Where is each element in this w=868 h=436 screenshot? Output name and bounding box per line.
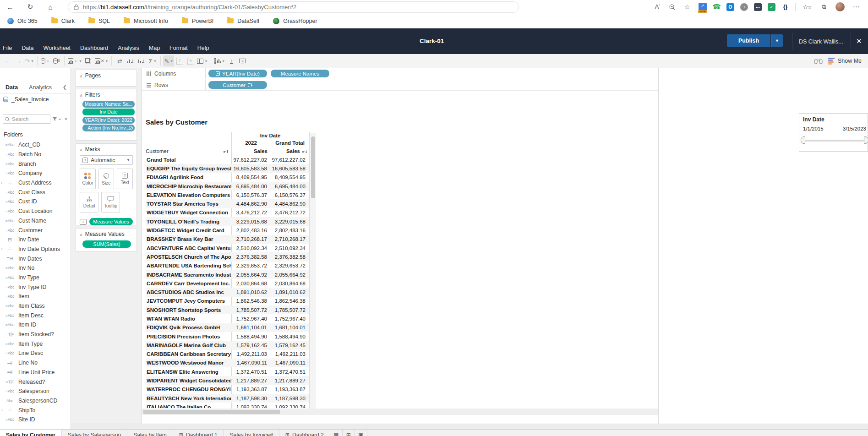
table-row[interactable]: CARRDEV Carr Development Inc. 2,030,864.… xyxy=(146,279,309,288)
mark-type-dropdown[interactable]: T Automatic ▼ xyxy=(80,155,133,165)
table-row[interactable]: SNOSHORT Shortstop Sports 1,785,507.72 1… xyxy=(146,305,309,314)
sort-icon[interactable] xyxy=(224,149,229,154)
field-item[interactable]: Inv Date xyxy=(0,235,71,245)
table-row[interactable]: WATERPROC CHENGDU RONGYI WATE.. 1,193,36… xyxy=(146,385,309,394)
canvas-horizontal-scrollbar[interactable] xyxy=(71,424,868,429)
field-item[interactable]: Released? xyxy=(0,377,71,387)
date-slider-track[interactable] xyxy=(803,140,865,142)
menu-item[interactable]: Help xyxy=(197,45,209,51)
field-item[interactable]: Inv Type xyxy=(0,273,71,283)
user-account-label[interactable]: DS Clark Wallis... xyxy=(799,38,843,45)
menu-item[interactable]: Data xyxy=(22,45,33,51)
menu-item[interactable]: Map xyxy=(149,45,160,51)
totals-button[interactable]: Σ▼ xyxy=(147,55,158,66)
show-me-button[interactable]: Show Me xyxy=(828,58,862,65)
rows-shelf[interactable]: Rows Customer xyxy=(142,80,658,91)
sheet-tab[interactable]: ⊞Dashboard 2 xyxy=(279,430,330,436)
field-item[interactable]: Inv Date Options xyxy=(0,245,71,254)
row-header-customer[interactable]: Customer xyxy=(146,148,169,154)
sheet-tab[interactable]: ⊞Sales by Invoice# xyxy=(224,430,279,436)
new-datasource-button[interactable]: ＋ xyxy=(40,55,51,66)
date-slider-handle-left[interactable] xyxy=(801,136,805,144)
menu-item[interactable]: Format xyxy=(169,45,188,51)
collapse-pane-icon[interactable]: ❮ xyxy=(63,84,67,90)
sort-ascending-button[interactable] xyxy=(125,55,136,66)
sheet-tab[interactable]: ⊞Sales by Salesperson xyxy=(62,430,127,436)
extension-menu-icon[interactable]: ••• xyxy=(754,3,762,11)
table-row[interactable]: WIDPARENT Widget Consolidated Hol.. 1,21… xyxy=(146,376,309,385)
show-hide-cards-button[interactable]: ▼ xyxy=(213,55,226,66)
collapse-icon[interactable]: ∧ xyxy=(80,233,82,237)
field-item[interactable]: Inv No xyxy=(0,263,71,273)
close-icon[interactable]: ✕ xyxy=(856,37,862,45)
column-header-2022[interactable]: 2022 xyxy=(231,140,271,146)
swap-axes-button[interactable]: ⇄ xyxy=(114,55,125,66)
table-row[interactable]: ELEVATION Elevation Computers 6,150,576.… xyxy=(146,191,309,199)
bookmark-item[interactable]: DataSelf xyxy=(227,18,259,24)
view-options-icon[interactable]: ▼ xyxy=(64,117,68,121)
pause-updates-button[interactable]: ‖ xyxy=(51,55,62,66)
bookmark-item[interactable]: GrassHopper xyxy=(273,18,317,24)
refresh-icon[interactable]: ↻ xyxy=(25,3,36,11)
favorites-star-icon[interactable]: ☆ xyxy=(682,3,693,11)
sort-descending-button[interactable] xyxy=(136,55,147,66)
redo-button[interactable]: → xyxy=(13,55,24,66)
field-item[interactable]: Branch xyxy=(0,159,71,169)
row-pill-customer[interactable]: Customer xyxy=(208,81,267,89)
table-row[interactable]: APOSTELSCH Church of The Apostles 2,376,… xyxy=(146,252,309,261)
horizontal-scrollbar[interactable] xyxy=(142,409,658,415)
vertical-scrollbar[interactable] xyxy=(310,133,316,409)
columns-shelf[interactable]: Columns +YEAR(Inv Date) +Measure Names xyxy=(142,68,658,79)
new-worksheet-tab-button[interactable]: ▦ xyxy=(330,430,343,436)
color-button[interactable]: Color xyxy=(80,169,96,189)
field-item[interactable]: Inv Dates xyxy=(0,254,71,263)
menu-item[interactable]: File xyxy=(3,45,12,51)
publish-dropdown-button[interactable]: ▼ xyxy=(771,34,783,47)
filter-pill[interactable]: YEAR(Inv Date): 2022 xyxy=(82,117,135,124)
field-item[interactable]: Item ID xyxy=(0,320,71,330)
field-item[interactable]: Item Stocked? xyxy=(0,330,71,339)
favorites-bar-icon[interactable]: ☆≡ xyxy=(802,4,813,11)
home-icon[interactable]: ⌂ xyxy=(45,3,56,11)
field-item[interactable]: Item Class xyxy=(0,301,71,311)
menu-item[interactable]: Analysis xyxy=(118,45,139,51)
table-row[interactable]: Grand Total 97,612,227.02 97,612,227.02 xyxy=(146,155,309,164)
extension-new-icon[interactable]: ↗NEW xyxy=(699,3,707,11)
publish-button[interactable]: Publish xyxy=(727,34,770,47)
field-item[interactable]: Item xyxy=(0,292,71,301)
field-item[interactable]: Site ID xyxy=(0,415,71,425)
table-row[interactable]: ELITEANSW Elite Answering 1,372,470.51 1… xyxy=(146,367,309,376)
table-row[interactable]: TOYSTAR Star America Toys 4,484,862.90 4… xyxy=(146,199,309,208)
collapse-icon[interactable]: ∧ xyxy=(80,93,82,98)
table-row[interactable]: ABCVENTURE ABC Capital Ventures 2,510,09… xyxy=(146,244,309,252)
table-row[interactable]: FDIQVIK Qvik Process GmbH 1,681,104.01 1… xyxy=(146,323,309,332)
bookmark-item[interactable]: Clark xyxy=(51,18,75,24)
extension-outlook-icon[interactable]: O xyxy=(726,3,734,11)
sort-icon[interactable] xyxy=(302,149,307,154)
detail-button[interactable]: Detail xyxy=(80,192,98,213)
find-icon[interactable] xyxy=(814,58,823,65)
field-item[interactable]: Cust Location xyxy=(0,207,71,216)
extension-phone-icon[interactable]: ☎ xyxy=(713,3,721,11)
datasource-row[interactable]: _Sales_Invoice xyxy=(0,93,71,105)
tab-analytics[interactable]: Analytics xyxy=(29,84,52,91)
table-row[interactable]: BRASSKEY Brass Key Bar 2,710,268.17 2,71… xyxy=(146,235,309,244)
collapse-icon[interactable]: ∧ xyxy=(80,148,82,152)
tab-data[interactable]: Data xyxy=(5,84,18,91)
table-row[interactable]: ABCSTUDIOS ABC Studios Inc 1,891,010.62 … xyxy=(146,288,309,296)
search-input[interactable] xyxy=(12,116,43,122)
table-row[interactable]: EQUGRP The Equity Group Investors 16,605… xyxy=(146,164,309,173)
field-item[interactable]: Customer xyxy=(0,225,71,235)
bookmark-item[interactable]: Microsoft Info xyxy=(124,18,168,24)
bookmark-item[interactable]: PowerBI xyxy=(182,18,213,24)
browser-settings-icon[interactable]: ⋯ xyxy=(851,3,862,11)
field-item[interactable]: Company xyxy=(0,169,71,178)
column-pill[interactable]: +Measure Names xyxy=(271,70,329,77)
bookmark-item[interactable]: Ofc 365 xyxy=(7,18,38,24)
field-item[interactable]: Batch No xyxy=(0,150,71,159)
new-story-tab-button[interactable]: ▣ xyxy=(355,430,367,436)
back-icon[interactable]: ← xyxy=(5,3,16,11)
scrollbar-thumb[interactable] xyxy=(143,410,280,414)
tooltip-button[interactable]: Tooltip xyxy=(101,192,120,213)
new-dashboard-tab-button[interactable]: ⊞ xyxy=(343,430,355,436)
